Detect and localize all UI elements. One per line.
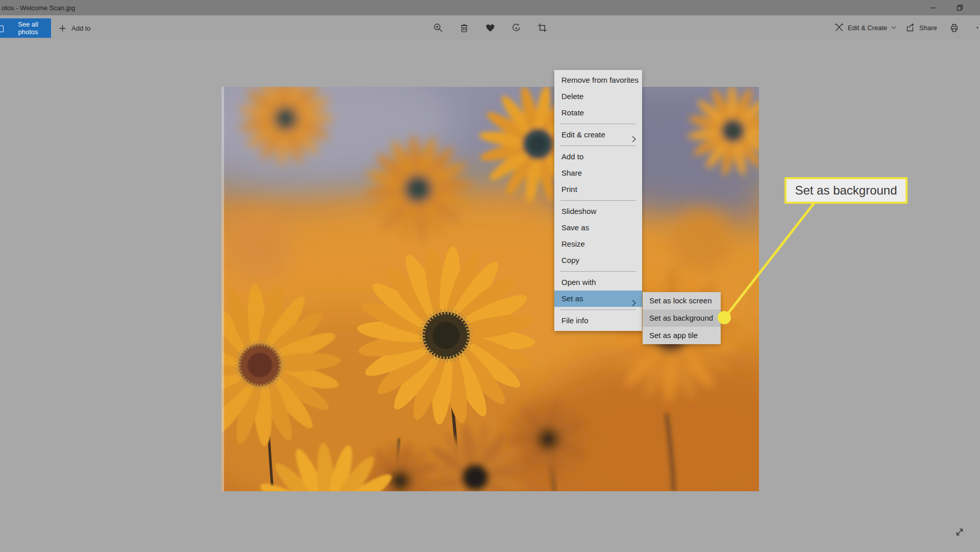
plus-icon [58,24,67,33]
resize-handle[interactable] [950,523,969,541]
edit-create-icon [834,22,844,33]
submenu-item-set-as-app-tile[interactable]: Set as app tile [643,327,721,344]
add-to-button[interactable]: Add to [53,18,96,38]
annotation-callout-label: Set as background [795,183,897,198]
toolbar: See all photos Add to [0,15,980,40]
menu-separator [560,200,636,201]
restore-button[interactable] [948,0,971,15]
menu-separator [560,146,636,146]
menu-item-add-to[interactable]: Add to [554,149,642,165]
zoom-icon [433,22,444,33]
delete-icon [459,22,470,33]
set-as-submenu: Set as lock screen Set as background Set… [643,292,721,344]
menu-item-share[interactable]: Share [554,165,642,181]
zoom-button[interactable] [427,16,449,39]
menu-item-label: Set as [561,294,583,303]
menu-item-copy[interactable]: Copy [554,252,642,269]
toolbar-center-icons [427,16,557,39]
minimize-button[interactable] [921,0,945,15]
menu-separator [560,124,636,124]
menu-item-print[interactable]: Print [554,181,642,198]
see-more-button[interactable] [972,16,980,39]
minimize-icon [929,4,937,12]
menu-item-rotate[interactable]: Rotate [554,105,642,121]
menu-item-file-info[interactable]: File info [554,313,642,329]
more-ellipsis-icon [975,22,980,33]
annotation-callout: Set as background [785,177,908,204]
menu-item-set-as[interactable]: Set as [554,291,642,307]
share-label: Share [919,24,937,32]
restore-icon [955,4,964,12]
chevron-down-icon [891,25,897,31]
menu-item-delete[interactable]: Delete [554,88,642,105]
delete-button[interactable] [453,16,475,39]
print-icon [949,22,960,33]
submenu-item-set-as-background[interactable]: Set as background [643,309,721,327]
menu-item-open-with[interactable]: Open with [554,274,642,291]
menu-separator [560,309,636,310]
photo-image [222,87,759,491]
menu-separator [560,271,636,272]
chevron-right-icon [632,132,636,148]
menu-item-remove-from-favorites[interactable]: Remove from favorites [554,72,642,88]
crop-button[interactable] [531,16,553,39]
submenu-item-set-as-lock-screen[interactable]: Set as lock screen [643,292,721,309]
photos-grid-icon [0,26,4,32]
rotate-icon [511,22,522,33]
photo[interactable] [222,87,759,491]
menu-item-resize[interactable]: Resize [554,236,642,252]
crop-icon [537,22,548,33]
chevron-right-icon [632,296,636,312]
menu-item-slideshow[interactable]: Slideshow [554,203,642,220]
menu-item-edit-and-create[interactable]: Edit & create [554,127,642,143]
menu-item-label: Edit & create [561,130,605,139]
resize-diagonal-icon [954,526,965,538]
print-button[interactable] [946,16,963,39]
favorite-button[interactable] [479,16,501,39]
edit-create-button[interactable]: Edit & Create [831,16,900,39]
window-title: otos - Welcome Scan.jpg [2,4,75,12]
title-bar: otos - Welcome Scan.jpg [0,0,980,15]
menu-item-save-as[interactable]: Save as [554,220,642,236]
share-icon [905,22,916,33]
see-all-photos-button[interactable]: See all photos [0,18,51,38]
favorite-heart-icon [485,22,496,33]
context-menu: Remove from favorites Delete Rotate Edit… [554,70,642,331]
share-button[interactable]: Share [902,16,940,39]
edit-create-label: Edit & Create [848,24,887,32]
see-all-photos-label: See all photos [8,20,48,36]
rotate-button[interactable] [505,16,527,39]
add-to-label: Add to [71,25,91,32]
